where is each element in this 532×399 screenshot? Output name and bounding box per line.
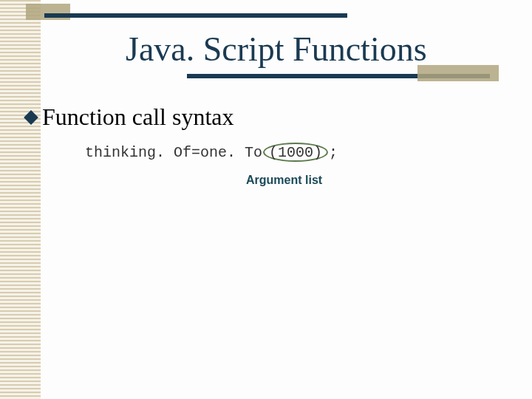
code-arguments: (1000) xyxy=(269,144,322,161)
decorative-tab-right xyxy=(417,65,499,81)
slide-title: Java. Script Functions xyxy=(126,30,427,69)
code-equals: = xyxy=(191,144,200,161)
bullet-item: Function call syntax xyxy=(26,103,234,131)
code-example: thinking. Of = one. To (1000) ; xyxy=(85,143,338,162)
diamond-bullet-icon xyxy=(24,110,38,125)
code-semicolon: ; xyxy=(329,144,338,161)
argument-highlight-oval: (1000) xyxy=(263,143,328,162)
decorative-left-stripes xyxy=(0,0,41,399)
header-rule-top xyxy=(44,13,347,18)
code-lhs: thinking. Of xyxy=(85,144,191,161)
bullet-text: Function call syntax xyxy=(42,103,234,131)
annotation-label: Argument list xyxy=(246,174,322,187)
code-function-name: one. To xyxy=(200,144,262,161)
